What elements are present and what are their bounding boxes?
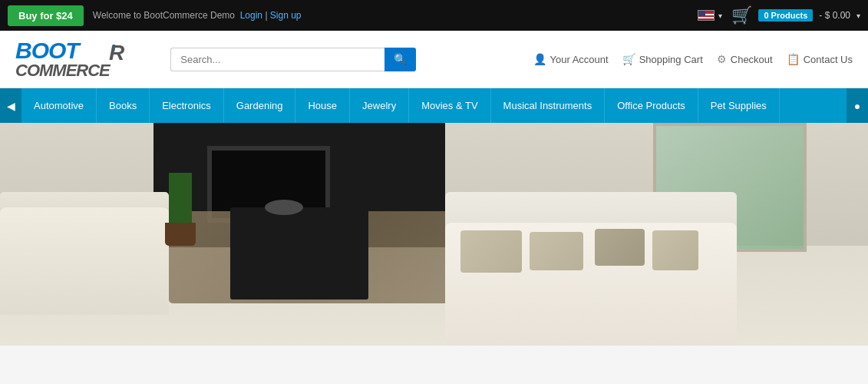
- search-bar: 🔍: [170, 48, 416, 71]
- welcome-text: Welcome to BootCommerce Demo Login | Sig…: [93, 10, 302, 21]
- hero-banner: [0, 123, 868, 346]
- flag-icon: [698, 10, 715, 21]
- cat-item-gardening[interactable]: Gardening: [224, 88, 296, 123]
- cat-item-office-products[interactable]: Office Products: [605, 88, 698, 123]
- logo-r: R: [109, 41, 124, 65]
- cat-nav-right-arrow[interactable]: ●: [847, 88, 868, 123]
- cart-dropdown-arrow[interactable]: ▾: [856, 12, 860, 20]
- cat-item-automotive[interactable]: Automotive: [21, 88, 97, 123]
- cushion-4: [652, 230, 698, 270]
- cat-item-books[interactable]: Books: [97, 88, 150, 123]
- login-link[interactable]: Login: [240, 10, 262, 21]
- your-account-link[interactable]: 👤 Your Account: [533, 53, 609, 65]
- cat-nav-items: AutomotiveBooksElectronicsGardeningHouse…: [21, 88, 847, 123]
- account-label: Your Account: [550, 54, 609, 65]
- cart-area: 🛒 0 Products - $ 0.00 ▾: [731, 5, 860, 25]
- search-input[interactable]: [170, 48, 384, 71]
- cat-item-electronics[interactable]: Electronics: [150, 88, 224, 123]
- hero-plant-pot: [165, 223, 196, 246]
- cat-item-jewelry[interactable]: Jewelry: [350, 88, 409, 123]
- signup-link[interactable]: Sign up: [270, 10, 302, 21]
- logo-boot: BOOT: [15, 39, 110, 62]
- checkout-label: Checkout: [731, 54, 773, 65]
- cat-item-movies---tv[interactable]: Movies & TV: [409, 88, 490, 123]
- top-bar-right: ▾ 🛒 0 Products - $ 0.00 ▾: [698, 5, 860, 25]
- cushion-3: [595, 229, 645, 266]
- cart-price-value: 0.00: [833, 10, 850, 21]
- checkout-link[interactable]: ⚙ Checkout: [717, 53, 773, 65]
- logo-commerce: COMMERCE: [15, 62, 110, 79]
- logo[interactable]: BOOT COMMERCE ' R: [15, 39, 124, 79]
- products-count-badge: 0 Products: [758, 9, 813, 22]
- cat-item-musical-instruments[interactable]: Musical Instruments: [491, 88, 606, 123]
- cat-item-pet-supplies[interactable]: Pet Supplies: [698, 88, 780, 123]
- logo-text-wrap: BOOT COMMERCE: [15, 39, 110, 79]
- top-bar: Buy for $24 Welcome to BootCommerce Demo…: [0, 0, 868, 31]
- cushion-1: [460, 230, 522, 273]
- buy-button[interactable]: Buy for $24: [8, 5, 84, 26]
- shopping-cart-icon: 🛒: [622, 53, 635, 65]
- contact-label: Contact Us: [804, 54, 853, 65]
- lang-dropdown-arrow: ▾: [718, 12, 722, 20]
- cushion-2: [530, 232, 583, 270]
- cart-label: Shopping Cart: [639, 54, 703, 65]
- header-nav: 👤 Your Account 🛒 Shopping Cart ⚙ Checkou…: [533, 53, 853, 65]
- contact-icon: 📋: [787, 53, 800, 65]
- cat-nav-left-arrow[interactable]: ◀: [0, 88, 21, 123]
- cart-price: - $ 0.00: [819, 10, 850, 21]
- cat-item-house[interactable]: House: [295, 88, 350, 123]
- hero-coffee-table: [230, 207, 368, 300]
- hero-inner: [0, 123, 868, 346]
- hero-sofa-main: [445, 223, 737, 346]
- contact-us-link[interactable]: 📋 Contact Us: [787, 53, 853, 65]
- welcome-message: Welcome to BootCommerce Demo: [93, 10, 235, 21]
- cart-icon: 🛒: [731, 5, 752, 25]
- hero-deco: [265, 200, 303, 215]
- checkout-icon: ⚙: [717, 53, 727, 65]
- hero-sofa-left: [0, 207, 169, 315]
- shopping-cart-link[interactable]: 🛒 Shopping Cart: [622, 53, 703, 65]
- search-button[interactable]: 🔍: [384, 48, 416, 71]
- account-icon: 👤: [533, 53, 546, 65]
- header: BOOT COMMERCE ' R 🔍 👤 Your Account 🛒 Sho…: [0, 31, 868, 88]
- language-selector[interactable]: ▾: [698, 10, 722, 21]
- category-nav: ◀ AutomotiveBooksElectronicsGardeningHou…: [0, 88, 868, 123]
